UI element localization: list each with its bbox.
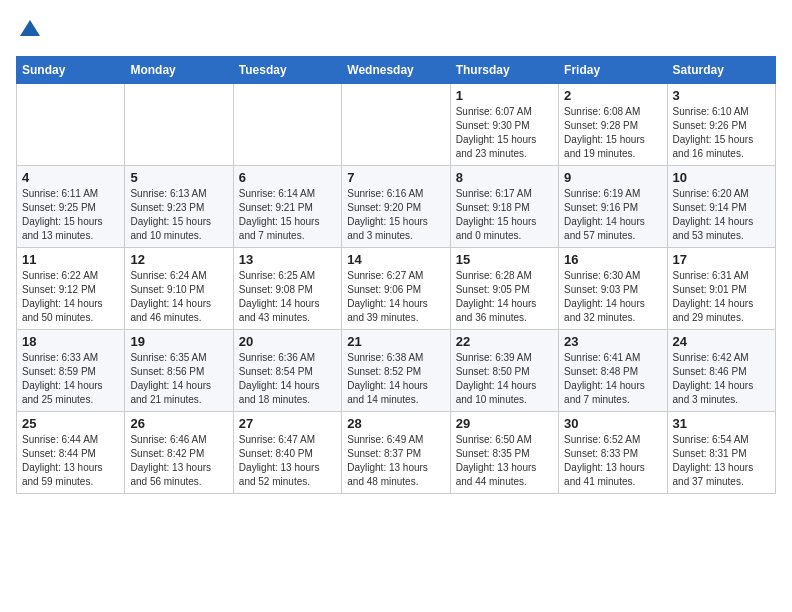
- calendar-cell: 17Sunrise: 6:31 AM Sunset: 9:01 PM Dayli…: [667, 248, 775, 330]
- day-info: Sunrise: 6:46 AM Sunset: 8:42 PM Dayligh…: [130, 433, 227, 489]
- day-number: 2: [564, 88, 661, 103]
- day-info: Sunrise: 6:14 AM Sunset: 9:21 PM Dayligh…: [239, 187, 336, 243]
- day-info: Sunrise: 6:08 AM Sunset: 9:28 PM Dayligh…: [564, 105, 661, 161]
- svg-marker-0: [20, 20, 40, 36]
- day-info: Sunrise: 6:27 AM Sunset: 9:06 PM Dayligh…: [347, 269, 444, 325]
- day-info: Sunrise: 6:39 AM Sunset: 8:50 PM Dayligh…: [456, 351, 553, 407]
- day-info: Sunrise: 6:28 AM Sunset: 9:05 PM Dayligh…: [456, 269, 553, 325]
- day-number: 8: [456, 170, 553, 185]
- day-number: 15: [456, 252, 553, 267]
- day-number: 18: [22, 334, 119, 349]
- calendar-cell: 29Sunrise: 6:50 AM Sunset: 8:35 PM Dayli…: [450, 412, 558, 494]
- day-number: 27: [239, 416, 336, 431]
- day-info: Sunrise: 6:30 AM Sunset: 9:03 PM Dayligh…: [564, 269, 661, 325]
- calendar-cell: 7Sunrise: 6:16 AM Sunset: 9:20 PM Daylig…: [342, 166, 450, 248]
- day-info: Sunrise: 6:44 AM Sunset: 8:44 PM Dayligh…: [22, 433, 119, 489]
- calendar-header-thursday: Thursday: [450, 57, 558, 84]
- calendar-cell: [233, 84, 341, 166]
- calendar-header-friday: Friday: [559, 57, 667, 84]
- day-number: 16: [564, 252, 661, 267]
- day-number: 5: [130, 170, 227, 185]
- day-number: 17: [673, 252, 770, 267]
- day-info: Sunrise: 6:07 AM Sunset: 9:30 PM Dayligh…: [456, 105, 553, 161]
- day-number: 28: [347, 416, 444, 431]
- day-number: 24: [673, 334, 770, 349]
- logo-icon: [16, 16, 44, 44]
- calendar-cell: 19Sunrise: 6:35 AM Sunset: 8:56 PM Dayli…: [125, 330, 233, 412]
- day-info: Sunrise: 6:49 AM Sunset: 8:37 PM Dayligh…: [347, 433, 444, 489]
- calendar-week-5: 25Sunrise: 6:44 AM Sunset: 8:44 PM Dayli…: [17, 412, 776, 494]
- calendar-cell: 26Sunrise: 6:46 AM Sunset: 8:42 PM Dayli…: [125, 412, 233, 494]
- calendar-cell: 5Sunrise: 6:13 AM Sunset: 9:23 PM Daylig…: [125, 166, 233, 248]
- day-number: 21: [347, 334, 444, 349]
- day-info: Sunrise: 6:33 AM Sunset: 8:59 PM Dayligh…: [22, 351, 119, 407]
- calendar-table: SundayMondayTuesdayWednesdayThursdayFrid…: [16, 56, 776, 494]
- calendar-cell: 14Sunrise: 6:27 AM Sunset: 9:06 PM Dayli…: [342, 248, 450, 330]
- day-info: Sunrise: 6:52 AM Sunset: 8:33 PM Dayligh…: [564, 433, 661, 489]
- calendar-cell: 31Sunrise: 6:54 AM Sunset: 8:31 PM Dayli…: [667, 412, 775, 494]
- day-info: Sunrise: 6:54 AM Sunset: 8:31 PM Dayligh…: [673, 433, 770, 489]
- calendar-cell: 18Sunrise: 6:33 AM Sunset: 8:59 PM Dayli…: [17, 330, 125, 412]
- day-info: Sunrise: 6:42 AM Sunset: 8:46 PM Dayligh…: [673, 351, 770, 407]
- calendar-cell: 30Sunrise: 6:52 AM Sunset: 8:33 PM Dayli…: [559, 412, 667, 494]
- calendar-header-saturday: Saturday: [667, 57, 775, 84]
- day-number: 25: [22, 416, 119, 431]
- calendar-cell: 13Sunrise: 6:25 AM Sunset: 9:08 PM Dayli…: [233, 248, 341, 330]
- day-number: 10: [673, 170, 770, 185]
- day-info: Sunrise: 6:36 AM Sunset: 8:54 PM Dayligh…: [239, 351, 336, 407]
- day-info: Sunrise: 6:20 AM Sunset: 9:14 PM Dayligh…: [673, 187, 770, 243]
- calendar-cell: [342, 84, 450, 166]
- calendar-cell: 16Sunrise: 6:30 AM Sunset: 9:03 PM Dayli…: [559, 248, 667, 330]
- day-info: Sunrise: 6:16 AM Sunset: 9:20 PM Dayligh…: [347, 187, 444, 243]
- calendar-week-3: 11Sunrise: 6:22 AM Sunset: 9:12 PM Dayli…: [17, 248, 776, 330]
- calendar-cell: 11Sunrise: 6:22 AM Sunset: 9:12 PM Dayli…: [17, 248, 125, 330]
- calendar-week-4: 18Sunrise: 6:33 AM Sunset: 8:59 PM Dayli…: [17, 330, 776, 412]
- day-info: Sunrise: 6:19 AM Sunset: 9:16 PM Dayligh…: [564, 187, 661, 243]
- day-number: 20: [239, 334, 336, 349]
- page-header: [16, 16, 776, 44]
- day-info: Sunrise: 6:10 AM Sunset: 9:26 PM Dayligh…: [673, 105, 770, 161]
- day-number: 12: [130, 252, 227, 267]
- calendar-week-2: 4Sunrise: 6:11 AM Sunset: 9:25 PM Daylig…: [17, 166, 776, 248]
- calendar-header-row: SundayMondayTuesdayWednesdayThursdayFrid…: [17, 57, 776, 84]
- day-number: 19: [130, 334, 227, 349]
- day-number: 11: [22, 252, 119, 267]
- day-info: Sunrise: 6:31 AM Sunset: 9:01 PM Dayligh…: [673, 269, 770, 325]
- calendar-cell: 3Sunrise: 6:10 AM Sunset: 9:26 PM Daylig…: [667, 84, 775, 166]
- day-info: Sunrise: 6:38 AM Sunset: 8:52 PM Dayligh…: [347, 351, 444, 407]
- calendar-header-sunday: Sunday: [17, 57, 125, 84]
- day-info: Sunrise: 6:50 AM Sunset: 8:35 PM Dayligh…: [456, 433, 553, 489]
- day-number: 26: [130, 416, 227, 431]
- calendar-cell: 25Sunrise: 6:44 AM Sunset: 8:44 PM Dayli…: [17, 412, 125, 494]
- day-number: 4: [22, 170, 119, 185]
- day-number: 3: [673, 88, 770, 103]
- calendar-cell: 20Sunrise: 6:36 AM Sunset: 8:54 PM Dayli…: [233, 330, 341, 412]
- day-number: 1: [456, 88, 553, 103]
- calendar-cell: 10Sunrise: 6:20 AM Sunset: 9:14 PM Dayli…: [667, 166, 775, 248]
- calendar-cell: 27Sunrise: 6:47 AM Sunset: 8:40 PM Dayli…: [233, 412, 341, 494]
- calendar-cell: 1Sunrise: 6:07 AM Sunset: 9:30 PM Daylig…: [450, 84, 558, 166]
- day-info: Sunrise: 6:35 AM Sunset: 8:56 PM Dayligh…: [130, 351, 227, 407]
- day-info: Sunrise: 6:13 AM Sunset: 9:23 PM Dayligh…: [130, 187, 227, 243]
- calendar-cell: 23Sunrise: 6:41 AM Sunset: 8:48 PM Dayli…: [559, 330, 667, 412]
- day-number: 7: [347, 170, 444, 185]
- day-number: 6: [239, 170, 336, 185]
- logo: [16, 16, 48, 44]
- day-info: Sunrise: 6:24 AM Sunset: 9:10 PM Dayligh…: [130, 269, 227, 325]
- calendar-cell: 9Sunrise: 6:19 AM Sunset: 9:16 PM Daylig…: [559, 166, 667, 248]
- calendar-header-wednesday: Wednesday: [342, 57, 450, 84]
- calendar-cell: 6Sunrise: 6:14 AM Sunset: 9:21 PM Daylig…: [233, 166, 341, 248]
- day-number: 31: [673, 416, 770, 431]
- day-info: Sunrise: 6:22 AM Sunset: 9:12 PM Dayligh…: [22, 269, 119, 325]
- calendar-cell: 4Sunrise: 6:11 AM Sunset: 9:25 PM Daylig…: [17, 166, 125, 248]
- day-number: 29: [456, 416, 553, 431]
- day-number: 14: [347, 252, 444, 267]
- calendar-cell: 2Sunrise: 6:08 AM Sunset: 9:28 PM Daylig…: [559, 84, 667, 166]
- day-number: 30: [564, 416, 661, 431]
- day-info: Sunrise: 6:17 AM Sunset: 9:18 PM Dayligh…: [456, 187, 553, 243]
- calendar-cell: 22Sunrise: 6:39 AM Sunset: 8:50 PM Dayli…: [450, 330, 558, 412]
- day-number: 22: [456, 334, 553, 349]
- calendar-cell: 24Sunrise: 6:42 AM Sunset: 8:46 PM Dayli…: [667, 330, 775, 412]
- calendar-header-tuesday: Tuesday: [233, 57, 341, 84]
- calendar-header-monday: Monday: [125, 57, 233, 84]
